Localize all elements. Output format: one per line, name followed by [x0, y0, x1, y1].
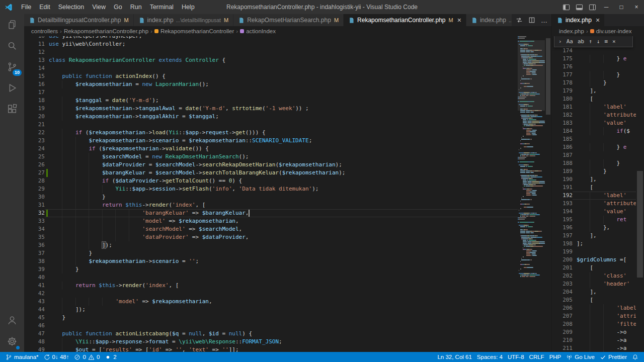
toggle-panel-icon[interactable]: [573, 0, 586, 14]
code-text[interactable]: $barangKeluar = $searchModel->searchTota…: [49, 169, 518, 177]
code-text[interactable]: [: [577, 264, 636, 272]
code-editor-1[interactable]: 10use yii\helpers\ArrayHelper;11use yii\…: [24, 36, 551, 352]
line-number[interactable]: 23: [24, 137, 45, 145]
code-text[interactable]: $rekapomsetharian->scenario = $rekapomse…: [49, 137, 518, 145]
code-text[interactable]: 'label': [577, 192, 636, 200]
code-text[interactable]: } e: [577, 55, 636, 63]
code-line[interactable]: 44 ]);: [24, 306, 518, 314]
code-line[interactable]: 42: [24, 290, 518, 298]
tab[interactable]: index.php×: [552, 14, 605, 26]
line-number[interactable]: 18: [24, 97, 45, 105]
open-changes-icon[interactable]: [516, 17, 523, 24]
code-text[interactable]: use yii\helpers\ArrayHelper;: [49, 36, 518, 40]
code-text[interactable]: public function actionIndex() {: [49, 72, 518, 80]
tab[interactable]: RekapomsetharianController.phpM×: [344, 14, 466, 26]
code-line[interactable]: 31 return $this->render('index', [: [24, 201, 518, 209]
code-text[interactable]: if ($dataProvider->getTotalCount() == 0)…: [49, 177, 518, 185]
code-line[interactable]: 197 ],: [552, 232, 636, 240]
code-line[interactable]: 24 if ($rekapomsetharian->validate()) {: [24, 145, 518, 153]
line-number[interactable]: 46: [24, 322, 45, 330]
code-text[interactable]: [49, 48, 518, 56]
code-line[interactable]: 198];: [552, 240, 636, 248]
code-text[interactable]: 'label': [577, 103, 636, 111]
code-text[interactable]: $gridColumns =[: [577, 256, 636, 264]
code-text[interactable]: $rekapomsetharian = new LaporanHarian();: [49, 80, 518, 88]
whole-word-icon[interactable]: ab: [576, 38, 586, 45]
encoding[interactable]: UTF-8: [505, 354, 527, 360]
code-line[interactable]: 11use yii\web\Controller;: [24, 40, 518, 48]
cursor-position[interactable]: Ln 32, Col 61: [435, 354, 474, 360]
line-number[interactable]: 174: [552, 47, 573, 55]
line-number[interactable]: 187: [552, 151, 573, 159]
code-text[interactable]: $out = ['results' => ['id' => '', 'text'…: [49, 346, 518, 352]
code-text[interactable]: 'model' => $rekapomsetharian,: [49, 298, 518, 306]
code-text[interactable]: 'label': [577, 304, 636, 312]
branch-indicator[interactable]: maulana*: [3, 354, 41, 360]
badge-indicator[interactable]: 2: [102, 354, 119, 360]
code-text[interactable]: 'searchModel' => $searchModel,: [49, 225, 518, 233]
code-text[interactable]: }: [577, 71, 636, 79]
line-number[interactable]: 33: [24, 217, 45, 225]
menu-view[interactable]: View: [88, 0, 110, 14]
chevron-icon[interactable]: ›: [557, 38, 564, 45]
code-line[interactable]: 178 }: [552, 79, 636, 87]
code-text[interactable]: [577, 135, 636, 143]
code-line[interactable]: 19 $rekapomsetharian->tanggalAwal = date…: [24, 105, 518, 113]
code-text[interactable]: [577, 63, 636, 71]
code-line[interactable]: 46: [24, 322, 518, 330]
code-text[interactable]: $dataProvider = $searchModel->searchReka…: [49, 161, 518, 169]
code-line[interactable]: 38 $rekapomsetharian->scenario = '';: [24, 257, 518, 265]
code-text[interactable]: 'class': [577, 272, 636, 280]
code-line[interactable]: 17: [24, 88, 518, 97]
code-line[interactable]: 204 ],: [552, 288, 636, 296]
search-icon[interactable]: [0, 35, 24, 56]
code-text[interactable]: 'attribute': [577, 312, 636, 320]
code-line[interactable]: 207 'attribute': [552, 312, 636, 320]
code-text[interactable]: if($: [577, 127, 636, 135]
breadcrumb-item[interactable]: controllers: [31, 28, 58, 34]
code-line[interactable]: 32 'barangKeluar' => $barangKeluar,: [24, 209, 518, 217]
code-line[interactable]: 13class RekapomsetharianController exten…: [24, 56, 518, 64]
line-number[interactable]: 198: [552, 240, 573, 248]
line-number[interactable]: 39: [24, 265, 45, 274]
code-text[interactable]: $tanggal = date('Y-m-d');: [49, 97, 518, 105]
line-number[interactable]: 41: [24, 282, 45, 290]
code-text[interactable]: if ($rekapomsetharian->validate()) {: [49, 145, 518, 153]
code-text[interactable]: [49, 64, 518, 72]
line-number[interactable]: 38: [24, 257, 45, 265]
code-text[interactable]: }: [577, 79, 636, 87]
code-text[interactable]: 'model' => $rekapomsetharian,: [49, 217, 518, 225]
line-number[interactable]: 15: [24, 72, 45, 80]
line-number[interactable]: 196: [552, 224, 573, 232]
line-number[interactable]: 36: [24, 241, 45, 249]
close-icon[interactable]: ×: [457, 17, 461, 24]
line-number[interactable]: 17: [24, 88, 45, 97]
line-number[interactable]: 16: [24, 80, 45, 88]
line-number[interactable]: 43: [24, 298, 45, 306]
run-and-debug-icon[interactable]: [0, 77, 24, 99]
split-editor-icon[interactable]: [528, 17, 535, 24]
code-line[interactable]: 202 'class': [552, 272, 636, 280]
code-line[interactable]: 40: [24, 274, 518, 282]
code-text[interactable]: ],: [577, 87, 636, 95]
line-number[interactable]: 195: [552, 216, 573, 224]
next-match-icon[interactable]: ↓: [595, 38, 602, 45]
code-text[interactable]: ret: [577, 216, 636, 224]
code-line[interactable]: 41 return $this->render('index', [: [24, 282, 518, 290]
line-number[interactable]: 180: [552, 95, 573, 103]
extensions-icon[interactable]: [0, 99, 24, 120]
code-line[interactable]: 22 if ($rekapomsetharian->load(Yii::$app…: [24, 129, 518, 137]
line-number[interactable]: 40: [24, 274, 45, 282]
code-line[interactable]: 206 'label': [552, 304, 636, 312]
line-number[interactable]: 25: [24, 153, 45, 161]
breadcrumb-item[interactable]: RekapomsetharianController: [154, 28, 234, 34]
menu-file[interactable]: File: [17, 0, 35, 14]
code-line[interactable]: 195 ret: [552, 216, 636, 224]
menu-help[interactable]: Help: [178, 0, 199, 14]
line-number[interactable]: 204: [552, 288, 573, 296]
explorer-icon[interactable]: [0, 14, 24, 35]
line-number[interactable]: 32: [24, 209, 45, 217]
code-line[interactable]: 27 $barangKeluar = $searchModel->searchT…: [24, 169, 518, 177]
line-number[interactable]: 45: [24, 314, 45, 322]
line-number[interactable]: 178: [552, 79, 573, 87]
